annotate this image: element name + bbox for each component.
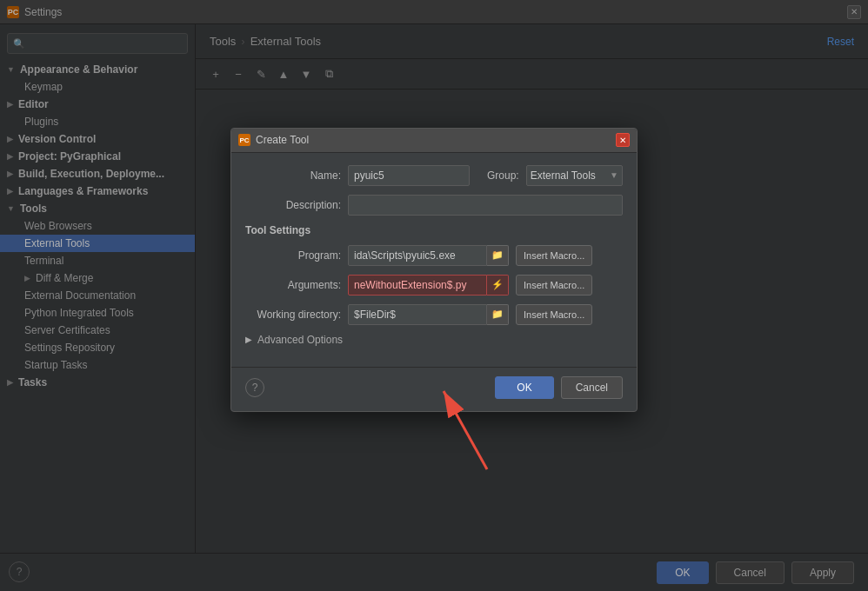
dialog-title: Create Tool [256,134,611,146]
dialog-footer: ? OK Cancel [231,367,637,411]
arguments-label: Arguments: [245,279,341,291]
program-input-group: 📁 [348,245,509,266]
dialog-close-button[interactable]: ✕ [616,133,630,147]
group-select[interactable]: External Tools ▼ [526,165,623,186]
arguments-insert-macro-button[interactable]: Insert Macro... [516,275,592,296]
create-tool-dialog: PC Create Tool ✕ Name: Group: External T… [230,128,638,412]
dialog-ok-button[interactable]: OK [495,376,553,399]
dialog-body: Name: Group: External Tools ▼ Descriptio… [231,153,637,367]
name-group-row: Name: Group: External Tools ▼ [245,165,623,186]
arrow-right-icon: ▶ [245,335,252,344]
description-input[interactable] [348,195,623,216]
name-label: Name: [245,169,341,182]
arguments-input-group: ⚡ [348,275,509,296]
working-dir-insert-macro-button[interactable]: Insert Macro... [516,304,592,325]
working-dir-input-group: 📁 [348,304,509,325]
description-row: Description: [245,195,623,216]
working-dir-input[interactable] [348,304,487,325]
group-label: Group: [487,169,519,182]
dialog-cancel-button[interactable]: Cancel [561,376,623,399]
dialog-help-icon[interactable]: ? [245,378,264,397]
program-input[interactable] [348,245,487,266]
working-dir-row: Working directory: 📁 Insert Macro... [245,304,623,325]
program-row: Program: 📁 Insert Macro... [245,245,623,266]
arguments-input[interactable] [348,275,487,296]
arguments-macro-button[interactable]: ⚡ [487,275,509,296]
program-folder-button[interactable]: 📁 [487,245,509,266]
arguments-row: Arguments: ⚡ Insert Macro... [245,275,623,296]
working-dir-label: Working directory: [245,309,341,321]
modal-overlay: PC Create Tool ✕ Name: Group: External T… [0,0,868,591]
tool-settings-label: Tool Settings [245,224,623,236]
dialog-app-icon: PC [238,134,250,146]
dialog-buttons: OK Cancel [495,376,623,399]
advanced-options-label: Advanced Options [257,334,343,346]
program-insert-macro-button[interactable]: Insert Macro... [516,245,592,266]
description-label: Description: [245,199,341,211]
name-input[interactable] [348,165,470,186]
advanced-options-row[interactable]: ▶ Advanced Options [245,334,623,346]
group-select-value: External Tools [531,169,596,182]
chevron-down-icon: ▼ [610,170,618,180]
working-dir-folder-button[interactable]: 📁 [487,304,509,325]
dialog-titlebar: PC Create Tool ✕ [231,129,637,153]
program-label: Program: [245,249,341,262]
